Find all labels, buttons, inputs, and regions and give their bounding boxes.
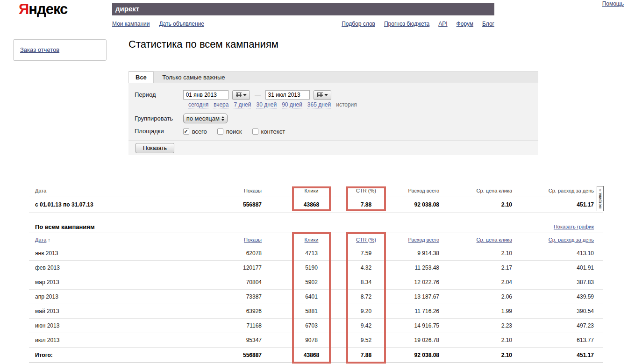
campaigns-header-row: Дата↑ Показы Клики CTR (%) Расход всего … <box>29 233 603 246</box>
sort-date-link[interactable]: Дата <box>35 237 46 243</box>
nav-blog[interactable]: Блог <box>482 21 494 27</box>
metrika-tab[interactable]: метрика « <box>597 186 604 211</box>
cell-impressions: 73387 <box>169 290 262 304</box>
col-date: Дата↑ <box>29 233 169 246</box>
cell-total-cost: 92 038.08 <box>386 197 439 213</box>
group-select-value: по месяцам <box>186 115 220 122</box>
sort-clicks-link[interactable]: Клики <box>305 237 319 243</box>
page: Яндекс директ Помощь Мои кампании Дать о… <box>0 0 635 364</box>
period-to-input[interactable] <box>265 90 310 100</box>
summary-header-row: Дата Показы Клики CTR (%) Расход всего С… <box>29 185 603 197</box>
show-chart-link[interactable]: Показать график <box>554 224 594 229</box>
cell-total-cost: 14 916.75 <box>386 319 439 333</box>
quick-link-30days[interactable]: 30 дней <box>256 101 277 108</box>
calendar-to-button[interactable] <box>314 90 331 100</box>
table-row: июл 20139534790789.5219 026.782.10613.77 <box>29 333 603 348</box>
sidebar-box: Заказ отчетов <box>13 39 107 61</box>
platforms-row: Площадки всего поиск контекст <box>135 128 285 135</box>
period-from-input[interactable] <box>183 90 228 100</box>
cell-avg-click-cost: 2.23 <box>439 319 512 333</box>
nav-word-selection[interactable]: Подбор слов <box>342 21 375 27</box>
quick-link-90days[interactable]: 90 дней <box>282 101 302 108</box>
cell-ctr: 9.42 <box>346 319 386 333</box>
cell-date: мар 2013 <box>29 275 169 290</box>
cell-impressions: 70804 <box>169 275 262 290</box>
cell-avg-click-cost: 1.99 <box>439 304 512 319</box>
spacer <box>262 348 292 363</box>
checkbox-context[interactable]: контекст <box>252 128 285 135</box>
cell-impressions: 71168 <box>169 319 262 333</box>
spacer <box>262 333 292 348</box>
cell-avg-daily-cost: 613.77 <box>512 333 594 348</box>
spacer <box>331 275 346 290</box>
nav-api[interactable]: API <box>438 21 447 27</box>
quick-link-yesterday[interactable]: вчера <box>214 101 228 108</box>
spacer <box>262 275 292 290</box>
nav-my-campaigns[interactable]: Мои кампании <box>112 21 150 27</box>
calendar-grid-icon <box>236 93 242 98</box>
cell-impressions: 62078 <box>169 246 262 261</box>
sort-total-cost-link[interactable]: Расход всего <box>408 237 439 243</box>
cell-date: июл 2013 <box>29 333 169 348</box>
tab-most-important[interactable]: Только самые важные <box>156 72 231 83</box>
sort-avg-daily-cost-link[interactable]: Ср. расход за день <box>549 237 594 243</box>
cell-ctr: 7.88 <box>346 197 386 213</box>
cell-avg-daily-cost: 439.59 <box>512 290 594 304</box>
page-title: Статистика по всем кампаниям <box>128 38 278 50</box>
chevron-down-icon <box>324 94 328 96</box>
nav-create-ad[interactable]: Дать объявление <box>159 21 204 27</box>
logo-letter: Я <box>19 1 29 17</box>
cell-clicks: 6401 <box>292 290 331 304</box>
quick-link-today[interactable]: сегодня <box>188 101 208 108</box>
cell-avg-click-cost: 2.10 <box>439 333 512 348</box>
cell-total-cost: 92 038.08 <box>386 348 439 363</box>
cell-total-cost: 11 253.48 <box>386 261 439 275</box>
spacer <box>331 290 346 304</box>
quick-link-7days[interactable]: 7 дней <box>234 101 251 108</box>
table-row: июн 20137116867039.4214 916.752.23497.23 <box>29 319 603 333</box>
spacer <box>262 304 292 319</box>
cell-avg-daily-cost: 451.17 <box>512 197 594 213</box>
show-button[interactable]: Показать <box>136 143 174 153</box>
cell-avg-daily-cost: 387.83 <box>512 275 594 290</box>
group-select[interactable]: по месяцам <box>183 114 228 123</box>
quick-link-history[interactable]: история <box>336 101 357 108</box>
campaigns-table: Дата↑ Показы Клики CTR (%) Расход всего … <box>29 233 603 363</box>
col-ctr: CTR (%) <box>346 185 386 197</box>
checkbox-total[interactable]: всего <box>183 128 207 135</box>
period-row: Период — <box>135 90 331 100</box>
col-clicks: Клики <box>292 233 331 246</box>
help-link[interactable]: Помощь <box>602 0 624 7</box>
quick-period-links: сегодня вчера 7 дней 30 дней 90 дней 365… <box>188 101 357 108</box>
cell-date: апр 2013 <box>29 290 169 304</box>
cell-impressions: 556887 <box>169 348 262 363</box>
filter-panel: Все Только самые важные Период — сегодня… <box>128 71 538 155</box>
cell-ctr: 8.34 <box>346 275 386 290</box>
col-avg-click-cost: Ср. цена клика <box>439 185 512 197</box>
checkbox-search[interactable]: поиск <box>217 128 242 135</box>
sort-ctr-link[interactable]: CTR (%) <box>356 237 376 243</box>
quick-link-365days[interactable]: 365 дней <box>307 101 331 108</box>
campaigns-titlebar: По всем кампаниям Показать график <box>29 221 632 233</box>
cell-clicks: 5881 <box>292 304 331 319</box>
sort-avg-click-cost-link[interactable]: Ср. цена клика <box>477 237 512 243</box>
table-row: апр 20137338764018.7213 187.672.06439.59 <box>29 290 603 304</box>
tab-all[interactable]: Все <box>128 71 154 83</box>
logo-rest: ндекс <box>29 1 67 17</box>
cell-total-cost: 13 187.67 <box>386 290 439 304</box>
calendar-from-button[interactable] <box>232 90 250 100</box>
spacer <box>331 261 346 275</box>
group-label: Группировать <box>135 115 181 122</box>
nav-forum[interactable]: Форум <box>457 21 473 27</box>
direct-link[interactable]: директ <box>115 5 139 13</box>
spacer <box>331 304 346 319</box>
sort-impressions-link[interactable]: Показы <box>244 237 262 243</box>
nav-budget-forecast[interactable]: Прогноз бюджета <box>384 21 429 27</box>
table-row: мар 20137080459028.3412 022.762.04387.83 <box>29 275 603 290</box>
order-reports-link[interactable]: Заказ отчетов <box>20 46 59 53</box>
summary-table: Дата Показы Клики CTR (%) Расход всего С… <box>29 185 603 213</box>
col-avg-daily-cost: Ср. расход за день <box>512 185 594 197</box>
cell-avg-daily-cost: 497.23 <box>512 319 594 333</box>
table-row: фев 201312017751904.3211 253.482.17401.9… <box>29 261 603 275</box>
table-row: янв 20136207847137.599 914.382.10413.10 <box>29 246 603 261</box>
